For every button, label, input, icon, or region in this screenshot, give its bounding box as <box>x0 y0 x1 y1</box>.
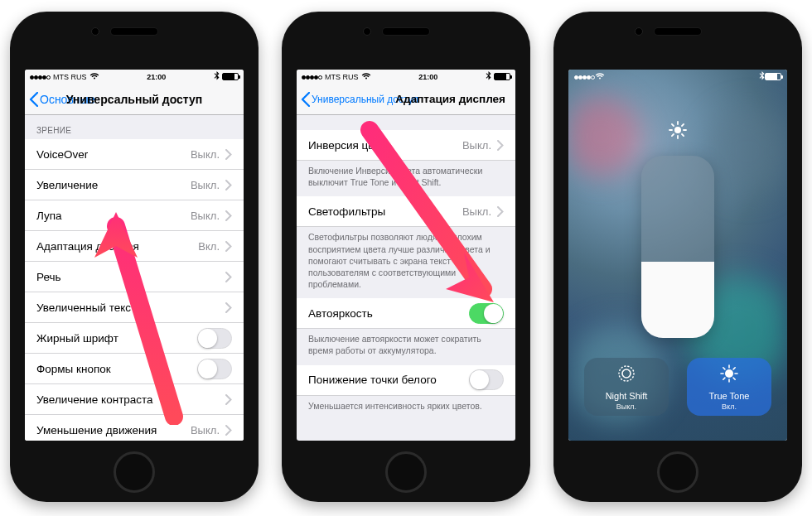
wifi-icon <box>595 72 605 81</box>
row-invert-colors[interactable]: Инверсия цветаВыкл. <box>297 130 515 161</box>
footer-invert: Включение Инверсии цвета автоматически в… <box>297 161 515 196</box>
svg-line-18 <box>723 378 725 379</box>
row-white-point[interactable]: Понижение точки белого <box>297 365 515 396</box>
toggle-white-point[interactable] <box>469 369 504 390</box>
night-shift-subtitle: Выкл. <box>616 403 636 411</box>
clock: 21:00 <box>418 73 437 81</box>
carrier-label: MTS RUS <box>325 73 359 81</box>
brightness-slider[interactable] <box>641 156 714 338</box>
toggle-auto-brightness[interactable] <box>469 303 504 324</box>
sun-icon <box>669 121 687 142</box>
svg-line-5 <box>672 124 674 126</box>
row-voiceover[interactable]: VoiceOverВыкл. <box>25 139 244 170</box>
bluetooth-icon <box>214 71 220 82</box>
toggle-shapes[interactable] <box>197 359 232 379</box>
footer-filters: Светофильтры позволяют людям с плохим во… <box>297 227 515 298</box>
chevron-right-icon <box>225 394 232 405</box>
row-button-shapes[interactable]: Формы кнопок <box>25 354 244 384</box>
nav-bar: Универсальный доступ Адаптация дисплея <box>297 84 515 115</box>
control-center: Night Shift Выкл. True Tone Вкл. <box>568 70 787 441</box>
svg-line-6 <box>682 134 684 136</box>
signal-icon <box>30 73 51 81</box>
signal-icon <box>302 73 322 81</box>
row-color-filters[interactable]: СветофильтрыВыкл. <box>297 196 515 227</box>
svg-line-16 <box>723 367 725 369</box>
page-title: Адаптация дисплея <box>395 93 505 105</box>
night-shift-button[interactable]: Night Shift Выкл. <box>584 358 669 416</box>
phone-display-adapt: MTS RUS 21:00 Универсальный доступ Адапт… <box>282 12 530 502</box>
row-auto-brightness[interactable]: Автояркость <box>297 298 515 329</box>
svg-point-0 <box>674 127 681 133</box>
svg-point-10 <box>619 366 634 381</box>
footer-white: Уменьшается интенсивность ярких цветов. <box>297 396 515 420</box>
row-bold-text[interactable]: Жирный шрифт <box>25 323 244 354</box>
settings-list: ЗРЕНИЕ VoiceOverВыкл. УвеличениеВыкл. Лу… <box>25 115 244 441</box>
row-display-adapt[interactable]: Адаптация дисплеяВкл. <box>25 231 244 262</box>
chevron-right-icon <box>225 425 232 436</box>
chevron-right-icon <box>225 149 232 160</box>
status-bar: MTS RUS 21:00 <box>297 70 515 84</box>
clock: 21:00 <box>147 73 166 81</box>
svg-line-19 <box>733 367 735 369</box>
settings-list: Инверсия цветаВыкл. Включение Инверсии ц… <box>297 115 515 420</box>
wifi-icon <box>361 72 371 81</box>
carrier-label: MTS RUS <box>53 73 87 81</box>
true-tone-icon <box>719 364 739 387</box>
row-zoom[interactable]: УвеличениеВыкл. <box>25 170 244 200</box>
home-button[interactable] <box>657 451 698 493</box>
bluetooth-icon <box>759 71 765 82</box>
phone-accessibility: MTS RUS 21:00 Основные Универсальный дос… <box>10 12 259 502</box>
chevron-right-icon <box>225 210 232 221</box>
footer-autobright: Выключение автояркости может сократить в… <box>297 329 515 364</box>
svg-line-17 <box>733 378 735 379</box>
nav-bar: Основные Универсальный доступ <box>25 84 244 115</box>
toggle-bold[interactable] <box>197 328 232 349</box>
battery-icon <box>222 73 239 80</box>
chevron-right-icon <box>225 241 232 252</box>
chevron-right-icon <box>225 272 232 282</box>
row-magnifier[interactable]: ЛупаВыкл. <box>25 200 244 231</box>
true-tone-title: True Tone <box>709 391 750 401</box>
bluetooth-icon <box>486 71 491 82</box>
battery-icon <box>494 73 510 80</box>
wifi-icon <box>89 72 99 81</box>
status-bar: MTS RUS 21:00 <box>25 70 244 84</box>
svg-line-7 <box>672 134 674 136</box>
night-shift-icon <box>616 364 636 387</box>
signal-icon <box>574 73 595 81</box>
home-button[interactable] <box>114 451 155 493</box>
battery-icon <box>765 73 781 80</box>
svg-line-8 <box>682 124 684 126</box>
true-tone-subtitle: Вкл. <box>722 403 737 411</box>
true-tone-button[interactable]: True Tone Вкл. <box>687 358 771 416</box>
row-reduce-motion[interactable]: Уменьшение движенияВыкл. <box>25 415 244 441</box>
chevron-right-icon <box>497 206 504 217</box>
row-contrast[interactable]: Увеличение контраста <box>25 384 244 415</box>
chevron-right-icon <box>225 180 232 190</box>
svg-point-9 <box>622 369 631 378</box>
status-bar <box>568 70 787 84</box>
row-speech[interactable]: Речь <box>25 262 244 292</box>
page-title: Универсальный доступ <box>66 93 203 106</box>
group-header-vision: ЗРЕНИЕ <box>25 115 244 139</box>
phone-control-center: Night Shift Выкл. True Tone Вкл. <box>553 12 802 502</box>
home-button[interactable] <box>385 451 427 493</box>
row-large-text[interactable]: Увеличенный текст <box>25 292 244 323</box>
svg-point-11 <box>725 369 733 378</box>
night-shift-title: Night Shift <box>606 391 648 401</box>
chevron-right-icon <box>497 140 504 151</box>
chevron-right-icon <box>225 302 232 313</box>
